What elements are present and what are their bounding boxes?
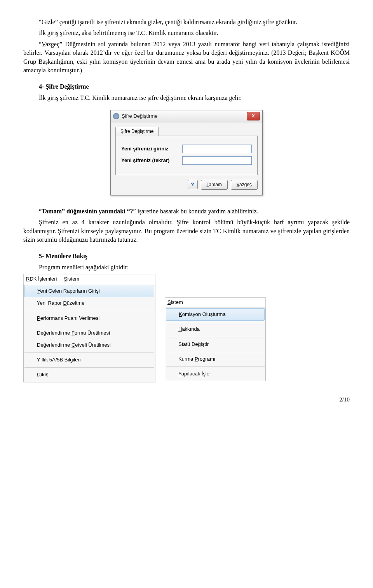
text: istem	[67, 276, 79, 282]
section-heading: 4- Şifre Değiştirme	[23, 82, 350, 91]
menu-item[interactable]: Hakkında	[165, 323, 265, 335]
paragraph: “Gizle” çentiği işaretli ise şifrenizi e…	[23, 18, 350, 26]
text: R	[26, 276, 30, 282]
text: ormu Üretilmesi	[75, 330, 110, 336]
text: P	[37, 315, 40, 321]
text: Y	[178, 371, 181, 377]
menu-item[interactable]: Değerlendirme Cetveli Üretilmesi	[24, 339, 155, 351]
section-heading: 5- Menülere Bakış	[23, 252, 350, 260]
text: Yeni Rapor	[37, 300, 63, 306]
text: S	[64, 276, 67, 282]
text: Ç	[37, 372, 40, 377]
paragraph: İlk giriş şifreniz T.C. Kimlik numaranız…	[23, 94, 350, 102]
paragraph: İlk giriş şifreniz, aksi belirtilmemiş i…	[23, 29, 350, 37]
menu-sistem[interactable]: Sistem	[167, 299, 183, 306]
menu-item[interactable]: Yıllık 5A/5B Bilgileri	[24, 354, 155, 366]
paragraph: “Tamam” düğmesinin yanındaki “?” işareti…	[23, 207, 350, 216]
menu-item[interactable]: Kurma Programı	[165, 353, 265, 365]
text: D	[63, 300, 66, 306]
menu-item[interactable]: Yeni Gelen Raporların Girişi	[24, 285, 154, 297]
text: ?	[130, 208, 133, 215]
menu-item[interactable]: Çıkış	[24, 369, 155, 381]
paragraph: “Vazgeç” Düğmesinin sol yanında bulunan …	[23, 40, 350, 75]
cancel-button[interactable]: Vazgeç	[231, 180, 258, 190]
dropdown-rdk: Yeni Gelen Raporların Girişi Yeni Rapor …	[23, 284, 155, 382]
text: V	[42, 41, 45, 47]
text: eni Gelen Raporların Girişi	[40, 288, 99, 294]
text: erformans Puanı Verilmesi	[40, 315, 99, 321]
text: Yıllık 5A/5B Bilgileri	[37, 357, 81, 363]
text: S	[167, 299, 171, 305]
password-change-dialog: Şifre Değiştirme X Şifre Değiştirme Yeni…	[110, 110, 263, 195]
text: C	[71, 342, 75, 348]
text: amam” düğmesinin yanındaki “	[45, 208, 130, 215]
input-new-password[interactable]	[182, 145, 252, 153]
menu-item[interactable]: Performans Puanı Verilmesi	[24, 312, 155, 325]
menubar: RDK İşlemleri Sistem	[23, 274, 155, 284]
text: omisyon Oluşturma	[182, 311, 226, 317]
text: istem	[171, 299, 183, 305]
menus-screenshot: RDK İşlemleri Sistem Yeni Gelen Raporlar…	[23, 274, 350, 382]
text: azgeç” Düğmesinin sol yanında bulunan 20…	[23, 41, 350, 73]
dialog-titlebar: Şifre Değiştirme X	[111, 110, 262, 122]
text: F	[71, 330, 75, 336]
text: ” işaretine basarak bu konuda yardım ala…	[133, 208, 258, 215]
menu-item[interactable]: Statü Değiştir	[165, 338, 265, 351]
text: Kurma	[178, 356, 195, 362]
menu-item[interactable]: Komisyon Oluşturma	[166, 308, 265, 321]
gear-icon	[113, 113, 119, 119]
text: rogramı	[198, 356, 216, 362]
label-new-password: Yeni şifrenizi giriniz	[121, 145, 178, 152]
label-new-password-repeat: Yeni şifreniz (tekrar)	[121, 157, 178, 164]
text: ıkış	[40, 372, 48, 377]
paragraph: Şifreniz en az 4 karakter uzunluğunda ol…	[23, 218, 350, 244]
menu-item[interactable]: Yapılacak İşler	[165, 368, 265, 380]
text: akkında	[182, 326, 200, 332]
text: apılacak İşler	[181, 371, 211, 377]
text: K	[179, 311, 182, 317]
text: Değerlendirme	[37, 342, 71, 348]
paragraph: Program menüleri aşağıdaki gibidir:	[23, 263, 350, 272]
text: üzeltme	[67, 300, 85, 306]
text: amam	[209, 182, 222, 187]
text: V	[237, 182, 239, 187]
menu-sistem[interactable]: Sistem	[64, 276, 79, 283]
help-button[interactable]: ?	[188, 180, 198, 189]
close-button[interactable]: X	[247, 112, 260, 120]
text: DK İşlemleri	[30, 276, 57, 282]
menu-item[interactable]: Yeni Rapor Düzeltme	[24, 297, 155, 309]
text: H	[178, 326, 182, 332]
menubar: Sistem	[165, 297, 266, 307]
dialog-title: Şifre Değiştirme	[122, 113, 157, 120]
input-new-password-repeat[interactable]	[182, 156, 252, 165]
text: Statü Değiştir	[178, 341, 209, 347]
dropdown-sistem: Komisyon Oluşturma Hakkında Statü Değişt…	[165, 307, 266, 381]
text: P	[195, 356, 198, 362]
ok-button[interactable]: Tamam	[201, 180, 228, 190]
page-number: 2/10	[23, 396, 350, 404]
text: T	[42, 208, 45, 215]
menu-rdk[interactable]: RDK İşlemleri	[26, 276, 57, 283]
menu-item[interactable]: Değerlendirme Formu Üretilmesi	[24, 327, 155, 339]
tab-panel: Yeni şifrenizi giriniz Yeni şifreniz (te…	[115, 136, 258, 175]
text: Değerlendirme	[37, 330, 71, 336]
tab-password-change[interactable]: Şifre Değiştirme	[115, 127, 159, 136]
text: azgeç	[239, 182, 252, 187]
text: etveli Üretilmesi	[75, 342, 111, 348]
